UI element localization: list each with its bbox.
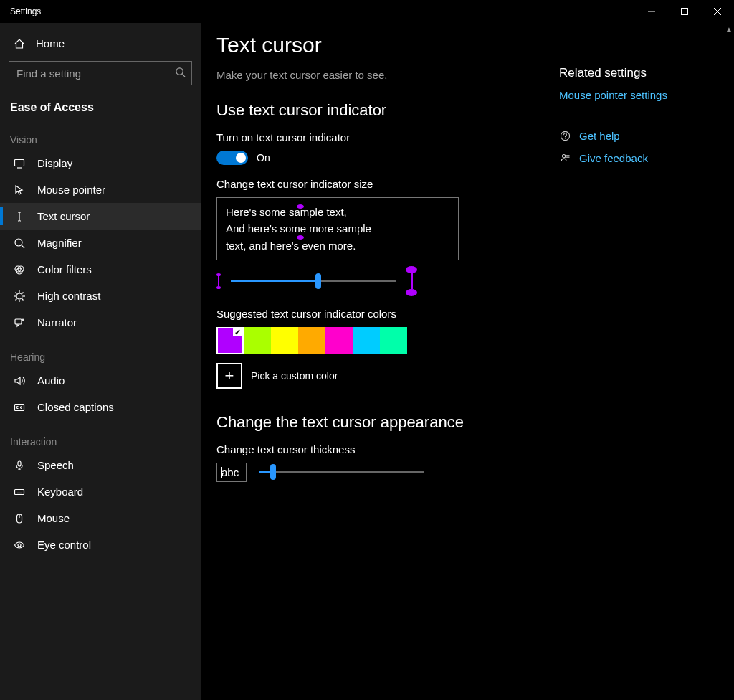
mouse-icon (13, 513, 26, 524)
sidebar-item-speech[interactable]: Speech (0, 452, 201, 478)
get-help-link[interactable]: Get help (559, 130, 717, 142)
sidebar-item-closed-captions[interactable]: Closed captions (0, 394, 201, 420)
mouse-pointer-settings-link[interactable]: Mouse pointer settings (559, 89, 717, 101)
indicator-size-slider[interactable] (231, 274, 396, 288)
sidebar-item-high-contrast[interactable]: High contrast (0, 283, 201, 309)
svg-rect-1 (682, 9, 688, 15)
closed-captions-icon (13, 402, 26, 413)
svg-line-5 (182, 74, 185, 77)
toggle-label: Turn on text cursor indicator (216, 131, 538, 143)
sidebar-item-text-cursor[interactable]: Text cursor (0, 203, 201, 230)
custom-color-label: Pick a custom color (251, 370, 338, 382)
give-feedback-link[interactable]: Give feedback (559, 152, 717, 164)
right-pane: Related settings Mouse pointer settings … (559, 23, 724, 700)
svg-point-37 (564, 138, 565, 138)
plus-icon: + (216, 363, 242, 389)
titlebar: Settings (0, 0, 734, 23)
sidebar-item-mouse[interactable]: Mouse (0, 505, 201, 531)
sidebar-item-label: Speech (37, 459, 74, 471)
magnifier-icon (13, 237, 26, 249)
indicator-max-icon (406, 266, 417, 296)
size-label: Change text cursor indicator size (216, 178, 538, 190)
search-placeholder: Find a setting (16, 67, 81, 80)
thickness-label: Change text cursor thickness (216, 443, 538, 455)
audio-icon (13, 375, 26, 387)
section-appearance-title: Change the text cursor appearance (216, 413, 538, 432)
svg-point-8 (15, 239, 22, 246)
color-swatch[interactable] (298, 327, 325, 354)
home-button[interactable]: Home (0, 30, 201, 57)
keyboard-icon (13, 486, 26, 498)
page-title: Text cursor (216, 33, 538, 57)
sample-caret-top (297, 204, 304, 209)
sidebar-item-label: Mouse (37, 512, 70, 524)
sample-line: And here's some more sample (226, 220, 449, 237)
home-icon (13, 38, 26, 49)
search-input[interactable]: Find a setting (9, 61, 192, 85)
sidebar-item-eye-control[interactable]: Eye control (0, 531, 201, 558)
colors-label: Suggested text cursor indicator colors (216, 308, 538, 320)
svg-point-4 (176, 68, 183, 75)
sidebar-item-magnifier[interactable]: Magnifier (0, 230, 201, 256)
get-help-label: Get help (579, 130, 620, 142)
thickness-sample-caret (221, 467, 222, 478)
sample-line: text, and here's even more. (226, 237, 449, 254)
scroll-up-icon[interactable]: ▲ (725, 23, 733, 34)
sidebar-item-mouse-pointer[interactable]: Mouse pointer (0, 176, 201, 203)
text-cursor-icon (13, 211, 26, 222)
sidebar: Home Find a setting Ease of Access Visio… (0, 23, 201, 700)
sidebar-item-audio[interactable]: Audio (0, 367, 201, 394)
svg-point-13 (16, 293, 22, 299)
svg-rect-22 (15, 319, 22, 324)
help-icon (559, 131, 571, 141)
color-swatch[interactable] (380, 327, 407, 354)
section-indicator-title: Use text cursor indicator (216, 101, 538, 120)
color-swatches (216, 327, 538, 354)
sidebar-item-keyboard[interactable]: Keyboard (0, 478, 201, 505)
related-settings-title: Related settings (559, 66, 717, 80)
sidebar-item-label: Text cursor (37, 210, 90, 222)
indicator-toggle[interactable] (216, 151, 248, 165)
sidebar-item-label: Mouse pointer (37, 184, 105, 196)
color-swatch[interactable] (271, 327, 298, 354)
nav-group-label: Interaction (0, 420, 201, 452)
svg-point-38 (562, 155, 565, 158)
sidebar-item-label: Keyboard (37, 486, 83, 498)
indicator-sample-box: Here's some sample text, And here's some… (216, 197, 459, 260)
color-swatch[interactable] (244, 327, 271, 354)
window-title: Settings (10, 6, 41, 16)
svg-rect-25 (18, 461, 21, 466)
page-subtitle: Make your text cursor easier to see. (216, 69, 538, 81)
sample-caret-bottom (297, 235, 304, 240)
color-swatch[interactable] (325, 327, 353, 354)
color-swatch[interactable] (353, 327, 380, 354)
sidebar-item-display[interactable]: Display (0, 150, 201, 176)
sidebar-item-label: Audio (37, 374, 65, 387)
svg-line-21 (16, 298, 17, 300)
color-swatch[interactable] (216, 327, 244, 354)
color-filters-icon (13, 264, 26, 275)
minimize-button[interactable] (635, 0, 668, 23)
scrollbar[interactable]: ▲ (724, 23, 734, 700)
feedback-icon (559, 153, 571, 164)
thickness-sample-box: abc (216, 463, 247, 482)
svg-rect-6 (15, 159, 24, 166)
svg-line-9 (22, 245, 24, 248)
sidebar-item-label: Magnifier (37, 237, 82, 249)
sidebar-item-narrator[interactable]: Narrator (0, 309, 201, 336)
sidebar-item-color-filters[interactable]: Color filters (0, 256, 201, 283)
thickness-slider[interactable] (259, 465, 424, 479)
svg-line-20 (22, 292, 24, 293)
sidebar-item-label: Narrator (37, 316, 77, 328)
svg-rect-26 (15, 489, 24, 494)
thickness-sample-text: abc (221, 466, 239, 478)
sidebar-item-label: Display (37, 157, 72, 169)
close-button[interactable] (701, 0, 734, 23)
sample-line: Here's some sample text, (226, 204, 449, 220)
sidebar-item-label: Closed captions (37, 401, 114, 413)
custom-color-button[interactable]: + Pick a custom color (216, 363, 538, 389)
sidebar-item-label: Color filters (37, 263, 92, 275)
maximize-button[interactable] (668, 0, 701, 23)
section-title: Ease of Access (0, 93, 201, 118)
svg-line-18 (16, 292, 17, 293)
